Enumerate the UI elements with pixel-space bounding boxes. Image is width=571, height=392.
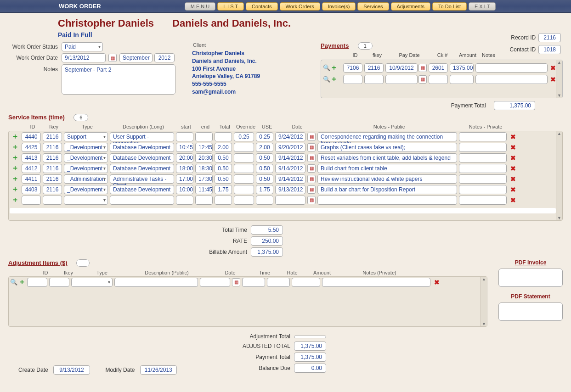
adj-fkey[interactable]: [49, 278, 69, 287]
adj-desc[interactable]: [114, 278, 198, 287]
svc-id[interactable]: 4425: [22, 143, 41, 152]
delete-service-icon[interactable]: ✖: [510, 144, 516, 151]
svc-desc[interactable]: Database Development -: [110, 153, 174, 162]
adjustments-scrollbar[interactable]: ▲▼: [481, 277, 487, 326]
add-service-icon[interactable]: ＋: [10, 132, 21, 141]
svc-override[interactable]: [234, 196, 254, 205]
wo-status-select[interactable]: Paid: [62, 42, 103, 51]
calendar-icon[interactable]: ▦: [108, 54, 117, 62]
menu-button[interactable]: M E N U: [185, 2, 216, 11]
pay-amount[interactable]: [450, 75, 474, 84]
contacts-button[interactable]: Contacts: [246, 2, 277, 11]
svc-end[interactable]: [195, 132, 213, 141]
adj-time[interactable]: [242, 278, 265, 287]
delete-service-icon[interactable]: ✖: [510, 196, 516, 204]
svc-id[interactable]: 4403: [22, 185, 41, 194]
calendar-icon[interactable]: ▦: [307, 185, 316, 194]
add-service-icon[interactable]: ＋: [10, 195, 21, 205]
delete-service-icon[interactable]: ✖: [510, 133, 516, 140]
svc-use[interactable]: 0.50: [256, 174, 273, 184]
delete-service-icon[interactable]: ✖: [510, 175, 516, 183]
calendar-icon[interactable]: ▦: [307, 154, 316, 162]
svc-use[interactable]: 0.25: [256, 132, 273, 141]
svc-total[interactable]: 0.50: [215, 153, 232, 162]
svc-notes-public[interactable]: Review instructional video & white paper…: [317, 174, 457, 184]
svc-type-select[interactable]: _Development: [64, 143, 108, 152]
svc-fkey[interactable]: [43, 196, 62, 205]
svc-use[interactable]: 0.50: [256, 153, 273, 162]
calendar-icon[interactable]: ▦: [307, 164, 316, 173]
svc-start[interactable]: [176, 132, 193, 141]
svc-end[interactable]: 20:30: [195, 153, 213, 162]
magnify-icon[interactable]: 🔍: [323, 76, 330, 83]
pay-fkey[interactable]: [364, 75, 384, 84]
svc-start[interactable]: 20:00: [176, 153, 193, 162]
svc-id[interactable]: [22, 196, 41, 205]
svc-notes-public[interactable]: Correspondence regarding making the conn…: [317, 132, 457, 141]
pay-ck[interactable]: [429, 75, 448, 84]
svc-end[interactable]: 12:45: [195, 143, 213, 152]
svc-end[interactable]: [195, 196, 213, 205]
adjustments-button[interactable]: Adjustments: [391, 2, 431, 11]
list-button[interactable]: L I S T: [217, 2, 244, 11]
add-service-icon[interactable]: ＋: [10, 174, 21, 184]
pay-notes[interactable]: [475, 75, 548, 84]
svc-desc[interactable]: Database Development -: [110, 143, 174, 152]
pay-notes[interactable]: [475, 63, 548, 73]
svc-notes-private[interactable]: [459, 143, 507, 152]
svc-fkey[interactable]: 2116: [43, 153, 62, 162]
calendar-icon[interactable]: ▦: [307, 143, 316, 151]
svc-date[interactable]: 9/24/2012: [275, 132, 305, 141]
svc-override[interactable]: 0.25: [234, 132, 254, 141]
wo-year-field[interactable]: 2012: [154, 53, 175, 62]
svc-start[interactable]: [176, 196, 193, 205]
svc-notes-public[interactable]: [317, 196, 457, 205]
svc-type-select[interactable]: Support: [64, 132, 108, 141]
add-service-icon[interactable]: ＋: [10, 163, 21, 173]
adjustments-heading[interactable]: Adjustment Items ($): [8, 259, 68, 266]
svc-type-select[interactable]: _Development: [64, 153, 108, 162]
calendar-icon[interactable]: ▦: [307, 196, 316, 204]
add-service-icon[interactable]: ＋: [10, 185, 21, 194]
pay-ck[interactable]: 2601: [429, 63, 448, 73]
svc-fkey[interactable]: 2116: [43, 132, 62, 141]
svc-override[interactable]: [234, 174, 254, 184]
calendar-icon[interactable]: ▦: [307, 133, 316, 141]
add-service-icon[interactable]: ＋: [10, 142, 21, 152]
svc-desc[interactable]: User Support - connection: [110, 132, 174, 141]
exit-button[interactable]: E X I T: [469, 2, 496, 11]
svc-start[interactable]: 10:00: [176, 185, 193, 194]
svc-total[interactable]: 1.75: [215, 185, 232, 194]
pay-id[interactable]: [343, 75, 362, 84]
service-scrollbar[interactable]: ▲▼: [556, 131, 562, 220]
svc-notes-public[interactable]: Graphs (Client cases fake vs real);: [317, 143, 457, 152]
pdf-invoice-box[interactable]: [498, 269, 563, 287]
delete-service-icon[interactable]: ✖: [510, 186, 516, 193]
svc-total[interactable]: 0.50: [215, 174, 232, 184]
delete-payment-icon[interactable]: ✖: [550, 64, 556, 72]
delete-adjustment-icon[interactable]: ✖: [434, 279, 440, 286]
svc-fkey[interactable]: 2116: [43, 143, 62, 152]
svc-date[interactable]: 9/14/2012: [275, 153, 305, 162]
svc-total[interactable]: [215, 132, 232, 141]
svc-notes-private[interactable]: [459, 196, 507, 205]
magnify-icon[interactable]: 🔍: [323, 64, 330, 71]
payments-heading[interactable]: Payments: [321, 42, 349, 49]
svc-type-select[interactable]: _Development: [64, 164, 108, 173]
svc-total[interactable]: 0.50: [215, 164, 232, 173]
add-payment-icon[interactable]: ＋: [330, 74, 338, 84]
adj-amount[interactable]: [292, 278, 320, 287]
wo-month-field[interactable]: September: [119, 53, 153, 62]
wo-date-field[interactable]: 9/13/2012: [62, 53, 106, 62]
svc-total[interactable]: 2.00: [215, 143, 232, 152]
calendar-icon[interactable]: ▦: [307, 175, 316, 183]
svc-use[interactable]: 2.00: [256, 143, 273, 152]
svc-override[interactable]: [234, 153, 254, 162]
delete-payment-icon[interactable]: ✖: [550, 76, 556, 83]
svc-type-select[interactable]: _Administration: [64, 174, 108, 184]
svc-date[interactable]: 9/14/2012: [275, 164, 305, 173]
svc-end[interactable]: 18:30: [195, 164, 213, 173]
svc-id[interactable]: 4440: [22, 132, 41, 141]
services-button[interactable]: Services: [357, 2, 389, 11]
svc-end[interactable]: 11:45: [195, 185, 213, 194]
